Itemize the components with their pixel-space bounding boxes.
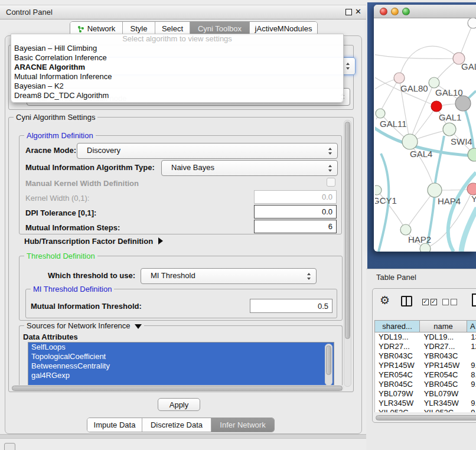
minimize-traffic-light-icon[interactable]	[391, 8, 399, 15]
cell-value[interactable]: 9.	[467, 399, 476, 408]
node-gal11[interactable]	[376, 109, 385, 118]
file-icon[interactable]	[472, 294, 476, 306]
cell-shared-name[interactable]: YPR145W	[375, 361, 420, 370]
cell-name[interactable]: YIL052C	[420, 408, 468, 412]
zoom-traffic-light-icon[interactable]	[402, 8, 410, 15]
close-traffic-light-icon[interactable]	[380, 8, 387, 15]
node-bottom[interactable]	[420, 243, 431, 252]
network-window-titlebar[interactable]	[374, 5, 476, 18]
data-attributes-list[interactable]: SelfLoops TopologicalCoefficient Between…	[28, 342, 334, 386]
tab-infer-network[interactable]: Infer Network	[211, 418, 274, 432]
cell-shared-name[interactable]: YDL19...	[375, 332, 420, 342]
split-columns-icon[interactable]	[401, 296, 412, 306]
column-header-shared-name[interactable]: shared...	[374, 320, 420, 332]
cell-name[interactable]: YDL19...	[420, 332, 468, 342]
aracne-mode-combo[interactable]: Discovery	[77, 143, 338, 159]
close-icon[interactable]	[355, 7, 363, 17]
cell-value[interactable]: 9	[467, 408, 476, 412]
table-row[interactable]: YDL19... YDL19... 13	[375, 332, 476, 342]
cell-name[interactable]: YER054C	[420, 370, 468, 380]
dropdown-item-mutual-information[interactable]: Mutual Information Inference	[11, 72, 343, 81]
gear-icon[interactable]	[380, 294, 390, 307]
column-header-name[interactable]: name	[420, 320, 467, 332]
dropdown-item-bayesian-hill-climbing[interactable]: Bayesian – Hill Climbing	[11, 44, 343, 53]
table-row[interactable]: YPR145W YPR145W 9.	[375, 361, 476, 370]
node-gal1[interactable]	[443, 123, 456, 136]
minimized-panel-button[interactable]	[4, 443, 15, 450]
column-header-partial[interactable]: A	[467, 320, 476, 332]
cell-shared-name[interactable]: YBL079W	[375, 389, 420, 399]
settings-horizontal-scrollbar[interactable]	[11, 385, 344, 390]
scrollbar-thumb[interactable]	[345, 122, 350, 339]
node-hap2[interactable]	[400, 224, 411, 235]
collapse-down-icon[interactable]	[135, 324, 142, 329]
tab-impute-data[interactable]: Impute Data	[87, 418, 142, 432]
manual-kernel-checkbox[interactable]	[327, 178, 335, 187]
cell-name[interactable]: YLR345W	[420, 399, 468, 408]
node-hap4[interactable]	[428, 183, 442, 197]
node-gcy1[interactable]	[375, 185, 382, 195]
node-gal10[interactable]	[429, 77, 439, 88]
cell-value[interactable]	[467, 351, 476, 361]
cell-shared-name[interactable]: YBR045C	[375, 380, 420, 389]
settings-vertical-scrollbar[interactable]	[344, 120, 351, 387]
attribute-item-betweennesscentrality[interactable]: BetweennessCentrality	[28, 361, 334, 371]
network-nodes[interactable]	[375, 18, 476, 252]
float-window-icon[interactable]	[345, 9, 352, 15]
cell-name[interactable]: YDR27...	[420, 342, 468, 351]
node-swi4[interactable]	[468, 148, 476, 161]
checked-pair-icon[interactable]	[422, 298, 439, 307]
table-row[interactable]: YBR045C YBR045C 9.	[375, 380, 476, 389]
table-horizontal-scrollbar[interactable]	[374, 414, 476, 420]
node-salmon[interactable]	[467, 183, 476, 195]
mi-steps-field[interactable]	[254, 220, 337, 233]
node-gray[interactable]	[455, 96, 471, 111]
cell-shared-name[interactable]: YER054C	[375, 370, 420, 380]
network-view-window[interactable]: GAL GAL80 GAL10 GAL11 GAL1 GAL4 SWI4 GCY…	[374, 5, 476, 252]
cell-value[interactable]: 8.	[467, 370, 476, 380]
apply-button[interactable]: Apply	[158, 398, 200, 411]
cell-shared-name[interactable]: YIL052C	[375, 408, 420, 412]
attribute-item-selfloops[interactable]: SelfLoops	[28, 343, 334, 352]
cell-value[interactable]: 12	[467, 342, 476, 351]
cell-value[interactable]: 13	[467, 332, 476, 342]
cell-shared-name[interactable]: YDR27...	[375, 342, 420, 351]
unchecked-pair-icon[interactable]	[442, 298, 459, 307]
dpi-tolerance-field[interactable]	[254, 205, 337, 219]
attribute-item-topologicalcoefficient[interactable]: TopologicalCoefficient	[28, 352, 334, 361]
tab-discretize-data[interactable]: Discretize Data	[142, 418, 211, 432]
mi-threshold-field[interactable]	[250, 299, 332, 313]
attribute-item-gal4rgexp[interactable]: gal4RGexp	[28, 371, 334, 380]
dropdown-item-bayesian-k2[interactable]: Bayesian – K2	[11, 81, 343, 91]
table-row[interactable]: YLR345W YLR345W 9.	[375, 399, 476, 408]
dropdown-item-dream8[interactable]: Dream8 DC_TDC Algorithm	[11, 91, 343, 100]
scrollbar-thumb[interactable]	[12, 386, 343, 391]
cell-name[interactable]: YBR043C	[420, 351, 468, 361]
table-row[interactable]: YDR27... YDR27... 12	[375, 342, 476, 351]
scrollbar-thumb[interactable]	[376, 415, 476, 420]
which-threshold-combo[interactable]: MI Threshold	[141, 268, 317, 284]
node-gal80[interactable]	[394, 73, 405, 83]
cell-name[interactable]: YBL079W	[420, 389, 468, 399]
node-selected-red[interactable]	[431, 101, 442, 112]
network-canvas[interactable]: GAL GAL80 GAL10 GAL11 GAL1 GAL4 SWI4 GCY…	[375, 18, 476, 252]
dropdown-item-aracne[interactable]: ARACNE Algorithm	[11, 63, 343, 72]
cell-name[interactable]: YPR145W	[420, 361, 468, 370]
cell-value[interactable]: 9.	[467, 361, 476, 370]
cell-value[interactable]: 9.	[467, 380, 476, 389]
cell-shared-name[interactable]: YBR043C	[375, 351, 420, 361]
cell-shared-name[interactable]: YLR345W	[375, 399, 420, 408]
scrollbar-thumb[interactable]	[326, 345, 331, 375]
table-row[interactable]: YBR043C YBR043C	[375, 351, 476, 361]
mi-type-combo[interactable]: Naive Bayes	[161, 160, 338, 176]
attribute-list-scrollbar[interactable]	[325, 344, 332, 386]
cell-name[interactable]: YBR045C	[420, 380, 468, 389]
node-unlabeled[interactable]	[468, 18, 476, 28]
hub-definition-expander[interactable]: Hub/Transcription Factor Definition	[24, 237, 163, 246]
dropdown-item-basic-correlation[interactable]: Basic Correlation Inference	[11, 53, 343, 63]
table-row[interactable]: YER054C YER054C 8.	[375, 370, 476, 380]
node-gal4[interactable]	[402, 134, 418, 149]
table-row[interactable]: YIL052C YIL052C 9	[375, 408, 476, 412]
table-row[interactable]: YBL079W YBL079W	[375, 389, 476, 399]
kernel-width-field[interactable]	[254, 190, 337, 204]
